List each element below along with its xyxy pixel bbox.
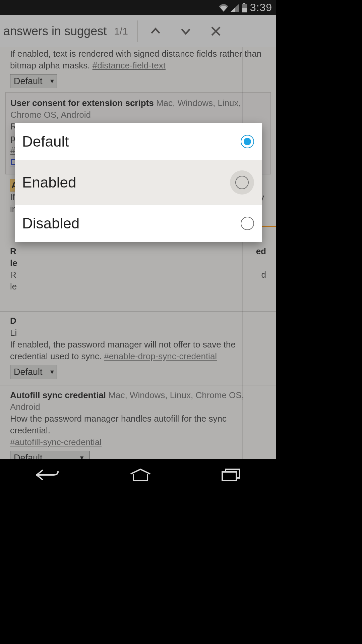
svg-rect-5	[222, 472, 236, 481]
radio-unselected-icon	[235, 176, 249, 189]
option-label: Default	[22, 133, 69, 150]
option-enabled[interactable]: Enabled	[15, 160, 262, 205]
back-icon	[35, 468, 61, 482]
nav-home-button[interactable]	[129, 468, 152, 483]
screen: 3:39 answers in suggest 1/1 If enabled, …	[0, 0, 276, 492]
touch-ripple	[230, 170, 254, 195]
navigation-bar	[0, 459, 276, 492]
nav-recent-button[interactable]	[220, 468, 242, 483]
option-label: Enabled	[22, 174, 76, 191]
recent-apps-icon	[220, 468, 242, 482]
modal-scrim[interactable]	[0, 0, 276, 492]
option-label: Disabled	[22, 215, 79, 232]
radio-selected-icon	[241, 135, 254, 148]
nav-back-button[interactable]	[35, 468, 61, 483]
home-icon	[129, 468, 152, 482]
option-disabled[interactable]: Disabled	[15, 205, 262, 242]
radio-unselected-icon	[241, 217, 254, 230]
option-default[interactable]: Default	[15, 123, 262, 160]
select-options-dialog: Default Enabled Disabled	[15, 123, 262, 242]
